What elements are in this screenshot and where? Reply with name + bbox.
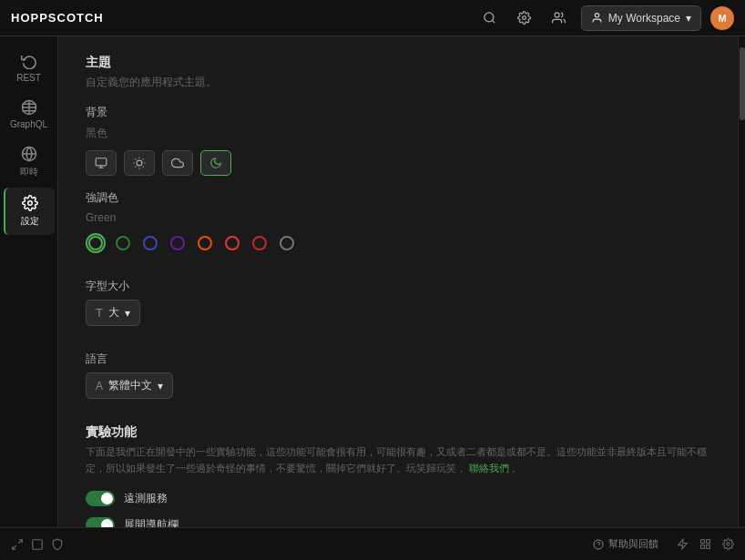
language-value: 繁體中文 — [108, 378, 152, 393]
fullscreen-icon[interactable] — [31, 538, 44, 551]
font-size-section: 字型大小 T 大 ▾ — [86, 279, 710, 326]
font-size-value: 大 — [108, 305, 119, 321]
background-label: 背景 — [86, 105, 710, 120]
search-icon[interactable] — [477, 5, 503, 31]
svg-line-22 — [18, 539, 22, 543]
sidebar-item-settings[interactable]: 設定 — [4, 188, 55, 235]
experimental-title: 實驗功能 — [86, 424, 710, 441]
svg-point-2 — [523, 16, 526, 20]
toggle-remote-service[interactable] — [86, 491, 115, 506]
experimental-section: 實驗功能 下面是我們正在開發中的一些實驗功能，這些功能可能會很有用，可能很有趣，… — [86, 424, 710, 527]
settings-content: 主題 自定義您的應用程式主題。 背景 黑色 — [58, 36, 738, 527]
sidebar-settings-label: 設定 — [21, 215, 39, 228]
svg-rect-28 — [701, 540, 705, 544]
sidebar: REST GraphQL 即時 設定 — [0, 36, 58, 527]
color-swatch-red[interactable] — [250, 233, 270, 253]
color-swatch-green[interactable] — [86, 233, 106, 253]
theme-title: 主題 — [86, 55, 710, 71]
svg-line-23 — [13, 545, 16, 549]
svg-point-4 — [595, 14, 598, 17]
bottombar: 幫助與回饋 — [0, 527, 745, 560]
svg-rect-10 — [96, 158, 107, 166]
font-size-label: 字型大小 — [86, 279, 710, 294]
expand-icon[interactable] — [11, 538, 24, 551]
bottombar-left — [11, 538, 64, 551]
app-logo: HOPPSCOTCH — [11, 11, 104, 25]
svg-rect-31 — [701, 545, 705, 549]
shield-icon[interactable] — [51, 538, 64, 551]
svg-line-20 — [135, 167, 136, 168]
accent-label: 強調色 — [86, 190, 710, 206]
color-swatch-purple1[interactable] — [168, 233, 188, 253]
language-chevron: ▾ — [158, 380, 163, 392]
flash-icon[interactable] — [677, 538, 689, 550]
theme-moon-btn[interactable] — [200, 150, 231, 176]
avatar[interactable]: M — [710, 6, 734, 30]
settings-icon[interactable] — [512, 5, 537, 31]
color-swatches — [86, 233, 710, 253]
svg-point-0 — [485, 13, 494, 22]
workspace-button[interactable]: My Workspace ▾ — [581, 5, 701, 31]
scrollbar-thumb[interactable] — [740, 47, 745, 120]
help-button[interactable]: 幫助與回饋 — [586, 535, 666, 554]
toggle-expanded-nav-label: 展開導航欄 — [124, 517, 179, 527]
language-select[interactable]: A 繁體中文 ▾ — [86, 372, 173, 399]
toggle-expanded-nav[interactable] — [86, 517, 115, 527]
layout-icon[interactable] — [699, 538, 711, 550]
svg-point-13 — [137, 160, 142, 166]
svg-rect-24 — [33, 539, 43, 549]
experimental-description: 下面是我們正在開發中的一些實驗功能，這些功能可能會很有用，可能很有趣，又或者二者… — [86, 444, 710, 476]
svg-line-1 — [493, 20, 495, 23]
topbar: HOPPSCOTCH My Works — [0, 0, 745, 36]
font-size-select[interactable]: T 大 ▾ — [86, 300, 140, 326]
svg-point-9 — [27, 201, 32, 206]
bottombar-right: 幫助與回饋 — [586, 535, 734, 554]
main-area: REST GraphQL 即時 設定 — [0, 36, 745, 527]
language-label: 語言 — [86, 351, 710, 367]
sidebar-realtime-label: 即時 — [20, 166, 38, 178]
color-swatch-orange2[interactable] — [222, 233, 242, 253]
theme-section: 主題 自定義您的應用程式主題。 背景 黑色 — [86, 55, 710, 253]
svg-line-16 — [135, 158, 136, 159]
workspace-label: My Workspace — [608, 12, 680, 25]
font-size-chevron: ▾ — [125, 307, 130, 320]
color-swatch-orange[interactable] — [195, 233, 215, 253]
toggle-remote-service-label: 遠測服務 — [124, 491, 168, 506]
sidebar-graphql-label: GraphQL — [10, 119, 47, 129]
svg-point-32 — [727, 543, 730, 545]
workspace-chevron: ▾ — [686, 12, 691, 25]
sidebar-item-graphql[interactable]: GraphQL — [4, 92, 55, 137]
svg-line-21 — [143, 158, 144, 159]
settings-bottom-icon[interactable] — [722, 538, 734, 550]
toggle-row-remote-service: 遠測服務 — [86, 491, 710, 506]
theme-icon-buttons — [86, 150, 710, 176]
color-swatch-green2[interactable] — [113, 233, 133, 253]
theme-monitor-btn[interactable] — [86, 150, 117, 176]
theme-cloud-btn[interactable] — [162, 150, 193, 176]
svg-marker-27 — [679, 539, 688, 549]
theme-sun-btn[interactable] — [124, 150, 155, 176]
color-swatch-gray[interactable] — [277, 233, 297, 253]
sidebar-item-realtime[interactable]: 即時 — [4, 138, 55, 186]
background-value: 黑色 — [86, 126, 710, 141]
svg-rect-30 — [707, 545, 710, 549]
scrollbar-track[interactable] — [738, 36, 745, 527]
users-icon[interactable] — [546, 5, 572, 31]
theme-subtitle: 自定義您的應用程式主題。 — [86, 75, 710, 90]
svg-point-3 — [555, 13, 559, 17]
language-section: 語言 A 繁體中文 ▾ — [86, 351, 710, 399]
accent-value: Green — [86, 211, 710, 224]
sidebar-item-rest[interactable]: REST — [4, 46, 55, 90]
svg-line-17 — [143, 167, 144, 168]
toggle-row-expanded-nav: 展開導航欄 — [86, 517, 710, 527]
svg-rect-29 — [707, 540, 710, 544]
help-label: 幫助與回饋 — [608, 537, 658, 551]
topbar-right: My Workspace ▾ M — [477, 5, 734, 31]
experimental-link[interactable]: 聯絡我們 — [469, 463, 509, 473]
sidebar-rest-label: REST — [16, 73, 41, 83]
color-swatch-blue[interactable] — [140, 233, 160, 253]
